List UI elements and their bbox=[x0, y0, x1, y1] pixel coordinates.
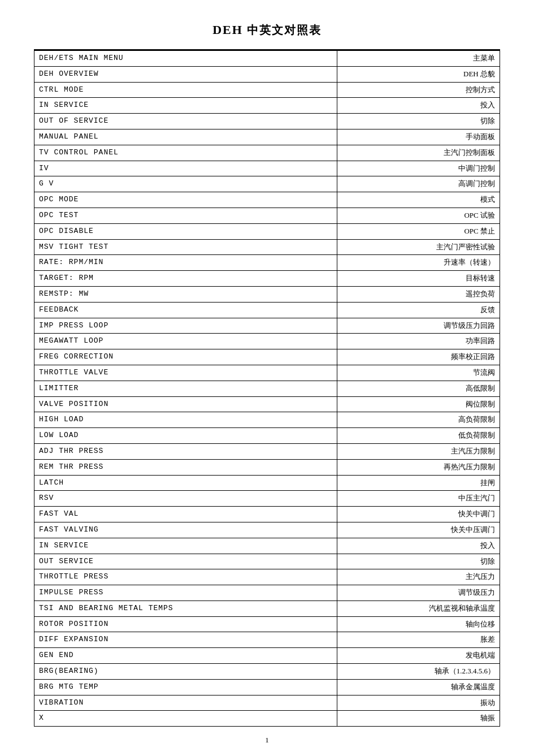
english-term: X bbox=[34, 711, 337, 727]
table-row: IN SERVICE投入 bbox=[34, 98, 500, 114]
english-term: HIGH LOAD bbox=[34, 412, 337, 428]
table-row: DEH OVERVIEWDEH 总貌 bbox=[34, 66, 500, 82]
table-row: VALVE POSITION阀位限制 bbox=[34, 396, 500, 412]
english-term: VIBRATION bbox=[34, 695, 337, 711]
english-term: LOW LOAD bbox=[34, 428, 337, 444]
table-row: REMSTP: MW遥控负荷 bbox=[34, 286, 500, 302]
table-row: GEN END发电机端 bbox=[34, 648, 500, 664]
english-term: THROTTLE VALVE bbox=[34, 365, 337, 381]
english-term: LATCH bbox=[34, 475, 337, 491]
table-row: TV CONTROL PANEL主汽门控制面板 bbox=[34, 145, 500, 161]
english-term: G V bbox=[34, 176, 337, 192]
chinese-term: 快关中调门 bbox=[337, 507, 500, 522]
table-row: FREG CORRECTION频率校正回路 bbox=[34, 349, 500, 365]
table-row: MANUAL PANEL手动面板 bbox=[34, 129, 500, 145]
english-term: REM THR PRESS bbox=[34, 459, 337, 475]
english-term: FEEDBACK bbox=[34, 302, 337, 318]
english-term: BRG(BEARING) bbox=[34, 664, 337, 680]
chinese-term: 控制方式 bbox=[337, 82, 500, 98]
english-term: THROTTLE PRESS bbox=[34, 569, 337, 585]
english-term: OPC TEST bbox=[34, 208, 337, 223]
chinese-term: 反馈 bbox=[337, 302, 500, 318]
table-row: DEH/ETS MAIN MENU主菜单 bbox=[34, 51, 500, 67]
english-term: VALVE POSITION bbox=[34, 396, 337, 412]
english-term: IN SERVICE bbox=[34, 98, 337, 114]
table-row: FEEDBACK反馈 bbox=[34, 302, 500, 318]
chinese-term: OPC 禁止 bbox=[337, 223, 500, 239]
table-row: ADJ THR PRESS主汽压力限制 bbox=[34, 443, 500, 459]
table-row: BRG MTG TEMP轴承金属温度 bbox=[34, 679, 500, 695]
english-term: OPC MODE bbox=[34, 192, 337, 208]
chinese-term: 投入 bbox=[337, 538, 500, 554]
table-row: HIGH LOAD高负荷限制 bbox=[34, 412, 500, 428]
table-row: OPC MODE模式 bbox=[34, 192, 500, 208]
english-term: RATE: RPM/MIN bbox=[34, 255, 337, 271]
main-table: DEH/ETS MAIN MENU主菜单DEH OVERVIEWDEH 总貌CT… bbox=[34, 50, 500, 727]
chinese-term: 主汽压力限制 bbox=[337, 443, 500, 459]
english-term: FAST VAL bbox=[34, 507, 337, 522]
english-term: LIMITTER bbox=[34, 381, 337, 396]
table-row: IN SERVICE投入 bbox=[34, 538, 500, 554]
table-row: MEGAWATT LOOP功率回路 bbox=[34, 334, 500, 349]
english-term: IMP PRESS LOOP bbox=[34, 318, 337, 334]
chinese-term: 低负荷限制 bbox=[337, 428, 500, 444]
table-row: DIFF EXPANSION胀差 bbox=[34, 632, 500, 648]
chinese-term: 节流阀 bbox=[337, 365, 500, 381]
english-term: DEH/ETS MAIN MENU bbox=[34, 51, 337, 67]
table-row: FAST VAL快关中调门 bbox=[34, 507, 500, 522]
english-term: BRG MTG TEMP bbox=[34, 679, 337, 695]
page-title: DEH 中英文对照表 bbox=[34, 23, 500, 38]
english-term: FREG CORRECTION bbox=[34, 349, 337, 365]
english-term: OUT OF SERVICE bbox=[34, 114, 337, 129]
english-term: MSV TIGHT TEST bbox=[34, 239, 337, 255]
table-row: OUT OF SERVICE切除 bbox=[34, 114, 500, 129]
chinese-term: 胀差 bbox=[337, 632, 500, 648]
english-term: IMPULSE PRESS bbox=[34, 585, 337, 601]
chinese-term: 功率回路 bbox=[337, 334, 500, 349]
chinese-term: 主汽门控制面板 bbox=[337, 145, 500, 161]
chinese-term: 切除 bbox=[337, 554, 500, 569]
chinese-term: 快关中压调门 bbox=[337, 522, 500, 538]
table-row: ROTOR POSITION轴向位移 bbox=[34, 616, 500, 632]
english-term: ADJ THR PRESS bbox=[34, 443, 337, 459]
english-term: DIFF EXPANSION bbox=[34, 632, 337, 648]
table-row: THROTTLE VALVE节流阀 bbox=[34, 365, 500, 381]
chinese-term: 再热汽压力限制 bbox=[337, 459, 500, 475]
chinese-term: 主汽门严密性试验 bbox=[337, 239, 500, 255]
chinese-term: 频率校正回路 bbox=[337, 349, 500, 365]
table-row: TARGET: RPM目标转速 bbox=[34, 271, 500, 287]
chinese-term: 模式 bbox=[337, 192, 500, 208]
english-term: CTRL MODE bbox=[34, 82, 337, 98]
chinese-term: 阀位限制 bbox=[337, 396, 500, 412]
chinese-term: 高调门控制 bbox=[337, 176, 500, 192]
table-row: CTRL MODE控制方式 bbox=[34, 82, 500, 98]
table-row: MSV TIGHT TEST主汽门严密性试验 bbox=[34, 239, 500, 255]
table-row: OUT SERVICE切除 bbox=[34, 554, 500, 569]
english-term: RSV bbox=[34, 491, 337, 507]
table-row: LIMITTER高低限制 bbox=[34, 381, 500, 396]
english-term: MEGAWATT LOOP bbox=[34, 334, 337, 349]
english-term: IV bbox=[34, 161, 337, 176]
chinese-term: 切除 bbox=[337, 114, 500, 129]
table-row: REM THR PRESS再热汽压力限制 bbox=[34, 459, 500, 475]
chinese-term: 高负荷限制 bbox=[337, 412, 500, 428]
table-row: RATE: RPM/MIN升速率（转速） bbox=[34, 255, 500, 271]
chinese-term: 汽机监视和轴承温度 bbox=[337, 601, 500, 616]
english-term: REMSTP: MW bbox=[34, 286, 337, 302]
chinese-term: 遥控负荷 bbox=[337, 286, 500, 302]
chinese-term: 轴承金属温度 bbox=[337, 679, 500, 695]
english-term: GEN END bbox=[34, 648, 337, 664]
chinese-term: 调节级压力回路 bbox=[337, 318, 500, 334]
english-term: MANUAL PANEL bbox=[34, 129, 337, 145]
chinese-term: 中调门控制 bbox=[337, 161, 500, 176]
table-row: OPC TESTOPC 试验 bbox=[34, 208, 500, 223]
english-term: ROTOR POSITION bbox=[34, 616, 337, 632]
chinese-term: 调节级压力 bbox=[337, 585, 500, 601]
table-row: X轴振 bbox=[34, 711, 500, 727]
chinese-term: 轴承（1.2.3.4.5.6） bbox=[337, 664, 500, 680]
chinese-term: 主菜单 bbox=[337, 51, 500, 67]
english-term: FAST VALVING bbox=[34, 522, 337, 538]
table-row: LOW LOAD低负荷限制 bbox=[34, 428, 500, 444]
chinese-term: 发电机端 bbox=[337, 648, 500, 664]
chinese-term: 振动 bbox=[337, 695, 500, 711]
